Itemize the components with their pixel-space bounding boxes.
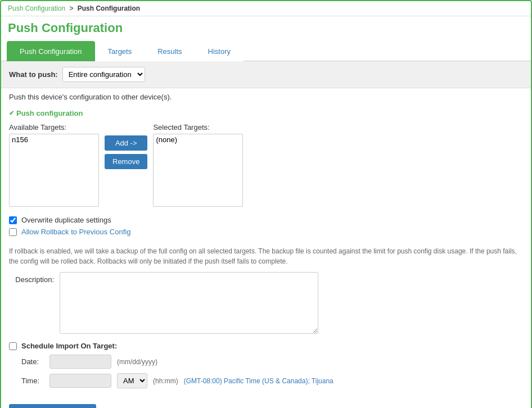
what-to-push-select[interactable]: Entire configuration Selected items bbox=[62, 67, 145, 82]
what-to-push-label: What to push: bbox=[9, 70, 58, 79]
schedule-checkbox[interactable] bbox=[9, 342, 17, 350]
remove-button[interactable]: Remove bbox=[105, 154, 147, 169]
available-target-item: n156 bbox=[10, 134, 98, 145]
selected-targets-label: Selected Targets: bbox=[153, 123, 243, 132]
available-targets-label: Available Targets: bbox=[9, 123, 99, 132]
time-input[interactable] bbox=[49, 374, 111, 388]
description-label: Description: bbox=[9, 272, 54, 284]
timezone-hint: (GMT-08:00) Pacific Time (US & Canada); … bbox=[184, 377, 333, 385]
push-button-row: Push Configuration bbox=[1, 398, 531, 408]
time-label: Time: bbox=[21, 377, 44, 385]
time-hint: (hh:mm) bbox=[153, 377, 178, 385]
what-to-push-bar: What to push: Entire configuration Selec… bbox=[1, 61, 531, 88]
available-targets-column: Available Targets: n156 bbox=[9, 123, 99, 207]
rollback-notice: If rollback is enabled, we will take a b… bbox=[9, 244, 523, 272]
page-title: Push Configuration bbox=[8, 21, 524, 35]
breadcrumb: Push Configuration > Push Configuration bbox=[1, 1, 531, 16]
time-row: Time: AM PM (hh:mm) (GMT-08:00) Pacific … bbox=[9, 373, 523, 388]
selected-targets-column: Selected Targets: (none) bbox=[153, 123, 243, 207]
info-text: Push this device's configuration to othe… bbox=[1, 88, 531, 106]
rollback-row: Allow Rollback to Previous Config bbox=[9, 228, 523, 236]
add-button[interactable]: Add -> bbox=[105, 135, 147, 151]
checkboxes-section: Overwrite duplicate settings Allow Rollb… bbox=[9, 212, 523, 244]
breadcrumb-current: Push Configuration bbox=[78, 4, 140, 12]
push-config-section: Available Targets: n156 Add -> Remove Se… bbox=[1, 123, 531, 398]
tab-targets[interactable]: Targets bbox=[95, 41, 145, 61]
description-row: Description: bbox=[9, 272, 523, 334]
date-row: Date: (mm/dd/yyyy) bbox=[9, 355, 523, 369]
schedule-row: Schedule Import On Target: bbox=[9, 342, 523, 350]
main-content: What to push: Entire configuration Selec… bbox=[1, 61, 531, 408]
date-input[interactable] bbox=[49, 355, 111, 369]
selected-targets-list[interactable]: (none) bbox=[153, 134, 243, 207]
tab-push-configuration[interactable]: Push Configuration bbox=[7, 41, 95, 61]
tab-history[interactable]: History bbox=[195, 41, 244, 61]
page-title-section: Push Configuration bbox=[1, 16, 531, 41]
rollback-label[interactable]: Allow Rollback to Previous Config bbox=[21, 228, 130, 236]
available-targets-list[interactable]: n156 bbox=[9, 134, 99, 207]
targets-row: Available Targets: n156 Add -> Remove Se… bbox=[9, 123, 523, 207]
selected-target-item: (none) bbox=[154, 134, 242, 145]
tab-bar: Push Configuration Targets Results Histo… bbox=[1, 41, 531, 61]
description-textarea[interactable] bbox=[60, 272, 318, 334]
breadcrumb-link[interactable]: Push Configuration bbox=[8, 4, 65, 12]
section-header-label: Push configuration bbox=[16, 109, 83, 117]
am-pm-select[interactable]: AM PM bbox=[117, 373, 147, 388]
overwrite-label: Overwrite duplicate settings bbox=[21, 216, 111, 224]
tab-results[interactable]: Results bbox=[145, 41, 195, 61]
overwrite-row: Overwrite duplicate settings bbox=[9, 216, 523, 224]
chevron-down-icon: ✔ bbox=[9, 110, 14, 117]
section-push-config-header: ✔ Push configuration bbox=[1, 106, 531, 123]
date-label: Date: bbox=[21, 357, 44, 366]
push-configuration-button[interactable]: Push Configuration bbox=[9, 404, 96, 408]
date-hint: (mm/dd/yyyy) bbox=[117, 358, 157, 366]
rollback-checkbox[interactable] bbox=[9, 228, 17, 236]
schedule-label: Schedule Import On Target: bbox=[21, 342, 117, 350]
breadcrumb-separator: > bbox=[69, 4, 73, 12]
target-buttons: Add -> Remove bbox=[105, 135, 147, 169]
overwrite-checkbox[interactable] bbox=[9, 216, 17, 224]
